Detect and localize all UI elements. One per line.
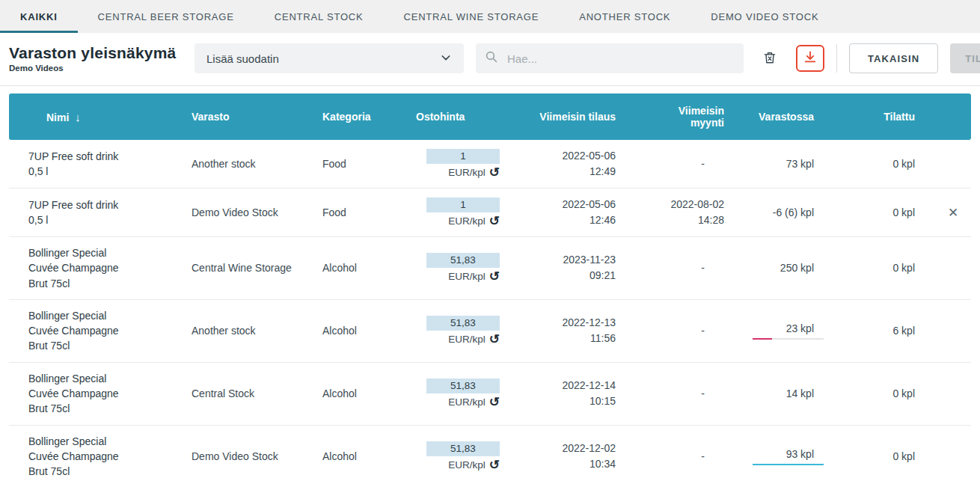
ordered-cell: 0 kpl bbox=[833, 387, 934, 399]
product-name-cell: Bollinger SpecialCuvée ChampagneBrut 75c… bbox=[9, 308, 166, 354]
column-header-label: Viimeisin myynti bbox=[679, 105, 724, 129]
price-value: 51,83 bbox=[426, 316, 500, 331]
page-header: Varaston yleisnäkymä Demo Videos Lisää s… bbox=[0, 33, 980, 85]
tab-central-stock[interactable]: CENTRAL STOCK bbox=[254, 0, 384, 33]
warehouse-cell: Demo Video Stock bbox=[183, 205, 313, 220]
product-name-cell: 7UP Free soft drink0,5 l bbox=[9, 149, 166, 180]
close-row-button[interactable]: ✕ bbox=[943, 203, 963, 222]
last-order-time: 12:46 bbox=[528, 212, 616, 228]
tab-central-beer-storage[interactable]: CENTRAL BEER STORAGE bbox=[78, 0, 254, 33]
price-unit-label: EUR/kpl bbox=[448, 167, 486, 178]
column-header-viimeisin-tilaus[interactable]: Viimeisin tilaus bbox=[519, 111, 635, 123]
last-order-cell: 2022-05-0612:46 bbox=[519, 197, 635, 228]
purchase-price-cell: 51,83EUR/kpl↺ bbox=[407, 379, 519, 408]
table-row[interactable]: Bollinger SpecialCuvée ChampagneBrut 75c… bbox=[9, 363, 971, 426]
ordered-cell: 0 kpl bbox=[833, 450, 934, 462]
column-header-viimeisin-myynti[interactable]: Viimeisin myynti bbox=[635, 105, 744, 129]
price-value: 1 bbox=[426, 197, 500, 212]
ordered-cell: 6 kpl bbox=[833, 325, 934, 337]
table-row[interactable]: Bollinger SpecialCuvée ChampagneBrut 75c… bbox=[9, 426, 971, 478]
search-icon bbox=[485, 50, 498, 67]
purchase-price-cell: 51,83EUR/kpl↺ bbox=[407, 253, 519, 283]
title-block: Varaston yleisnäkymä Demo Videos bbox=[9, 44, 183, 73]
price-unit: EUR/kpl↺ bbox=[416, 459, 500, 471]
warehouse-cell: Demo Video Stock bbox=[183, 449, 313, 464]
filter-dropdown[interactable]: Lisää suodatin bbox=[195, 43, 464, 73]
search-box bbox=[476, 43, 744, 73]
price-value: 51,83 bbox=[426, 253, 500, 268]
stock-level-bar bbox=[753, 464, 824, 465]
column-header-ostohinta[interactable]: Ostohinta bbox=[407, 111, 519, 123]
clear-filters-button[interactable] bbox=[756, 44, 784, 73]
ordered-cell: 0 kpl bbox=[833, 206, 934, 218]
last-order-date: 2022-12-14 bbox=[528, 378, 616, 393]
trash-icon bbox=[762, 50, 777, 67]
last-order-date: 2022-05-06 bbox=[528, 148, 616, 164]
row-actions-cell: ✕ bbox=[934, 203, 972, 222]
chevron-down-icon bbox=[440, 52, 452, 66]
no-sale-dash: - bbox=[701, 386, 705, 402]
search-input[interactable] bbox=[506, 52, 735, 66]
last-order-cell: 2022-05-0612:49 bbox=[519, 148, 635, 180]
tab-kaikki[interactable]: KAIKKI bbox=[0, 0, 78, 33]
last-sale-cell: 2022-08-0214:28 bbox=[635, 197, 744, 228]
in-stock-value: 250 kpl bbox=[753, 262, 814, 274]
price-value: 1 bbox=[426, 149, 500, 164]
product-name-cell: Bollinger SpecialCuvée ChampagneBrut 75c… bbox=[9, 245, 166, 291]
no-sale-dash: - bbox=[701, 156, 705, 172]
price-history-icon[interactable]: ↺ bbox=[489, 459, 500, 471]
price-history-icon[interactable]: ↺ bbox=[489, 215, 500, 227]
table-row[interactable]: Bollinger SpecialCuvée ChampagneBrut 75c… bbox=[9, 300, 971, 363]
table-body: 7UP Free soft drink0,5 lAnother stockFoo… bbox=[9, 140, 971, 478]
price-history-icon[interactable]: ↺ bbox=[489, 166, 500, 179]
page-title: Varaston yleisnäkymä bbox=[9, 44, 183, 62]
category-cell: Alcohol bbox=[313, 450, 407, 462]
column-header-tilattu[interactable]: Tilattu bbox=[833, 111, 934, 123]
price-unit-label: EUR/kpl bbox=[448, 396, 486, 408]
price-unit-label: EUR/kpl bbox=[448, 459, 486, 471]
column-header-varastossa[interactable]: Varastossa bbox=[744, 111, 833, 123]
price-unit-label: EUR/kpl bbox=[448, 271, 486, 282]
in-stock-value: 93 kpl bbox=[753, 448, 814, 460]
column-header-kategoria[interactable]: Kategoria bbox=[313, 111, 407, 123]
back-button[interactable]: TAKAISIN bbox=[849, 43, 938, 73]
category-cell: Alcohol bbox=[313, 387, 407, 399]
last-order-time: 09:21 bbox=[528, 268, 616, 284]
tab-bar: KAIKKICENTRAL BEER STORAGECENTRAL STOCKC… bbox=[0, 0, 980, 33]
tab-demo-video-stock[interactable]: DEMO VIDEO STOCK bbox=[690, 0, 839, 33]
last-sale-time: 14:28 bbox=[644, 212, 724, 228]
column-header-label: Ostohinta bbox=[416, 111, 465, 123]
table-row[interactable]: 7UP Free soft drink0,5 lDemo Video Stock… bbox=[9, 189, 971, 237]
column-header-nimi[interactable]: Nimi↓ bbox=[9, 111, 183, 123]
table-row[interactable]: Bollinger SpecialCuvée ChampagneBrut 75c… bbox=[9, 237, 971, 300]
tab-central-wine-storage[interactable]: CENTRAL WINE STORAGE bbox=[384, 0, 560, 33]
in-stock-value: 23 kpl bbox=[753, 322, 814, 334]
price-history-icon[interactable]: ↺ bbox=[489, 333, 500, 346]
page-subtitle: Demo Videos bbox=[9, 64, 183, 73]
price-value: 51,83 bbox=[426, 441, 500, 456]
in-stock-cell: 73 kpl bbox=[744, 158, 833, 170]
no-sale-dash: - bbox=[701, 260, 705, 276]
ordered-cell: 0 kpl bbox=[833, 158, 934, 170]
price-unit: EUR/kpl↺ bbox=[416, 270, 500, 283]
table-row[interactable]: 7UP Free soft drink0,5 lAnother stockFoo… bbox=[9, 140, 971, 189]
last-order-date: 2022-05-06 bbox=[528, 197, 616, 212]
warehouse-cell: Central Wine Storage bbox=[183, 260, 313, 275]
warehouse-cell: Another stock bbox=[183, 156, 313, 171]
category-cell: Food bbox=[313, 158, 407, 170]
category-cell: Alcohol bbox=[313, 262, 407, 274]
last-sale-cell: - bbox=[635, 260, 744, 276]
purchase-price-cell: 51,83EUR/kpl↺ bbox=[407, 441, 519, 471]
last-order-cell: 2022-12-1410:15 bbox=[519, 378, 635, 409]
price-value: 51,83 bbox=[426, 379, 500, 393]
column-header-label: Varastossa bbox=[759, 111, 814, 123]
column-header-varasto[interactable]: Varasto bbox=[183, 111, 313, 123]
tab-another-stock[interactable]: ANOTHER STOCK bbox=[559, 0, 690, 33]
price-history-icon[interactable]: ↺ bbox=[489, 396, 500, 408]
stock-level-bar bbox=[753, 338, 824, 340]
category-cell: Alcohol bbox=[313, 325, 407, 337]
ordered-cell: 0 kpl bbox=[833, 262, 934, 274]
column-header-label: Varasto bbox=[192, 111, 230, 123]
price-history-icon[interactable]: ↺ bbox=[489, 270, 500, 283]
download-button[interactable] bbox=[796, 45, 824, 72]
